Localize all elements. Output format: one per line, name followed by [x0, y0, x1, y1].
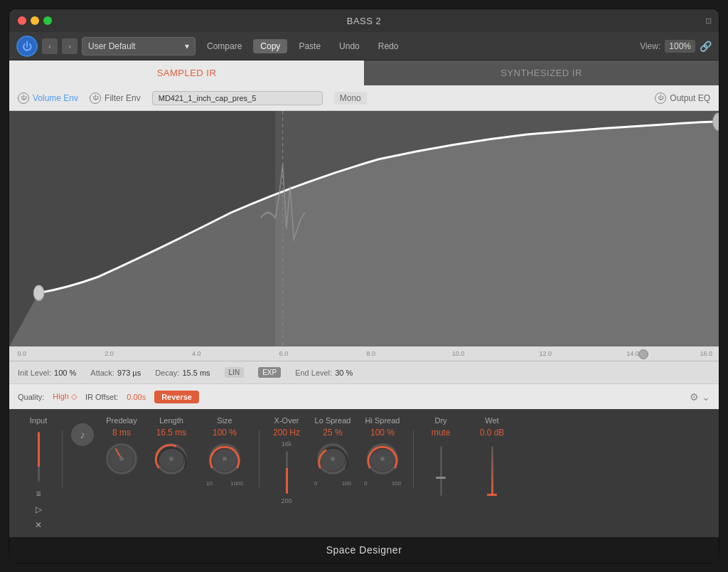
- nav-back-button[interactable]: ‹: [42, 38, 58, 54]
- link-icon[interactable]: 🔗: [700, 41, 712, 52]
- maximize-button[interactable]: [43, 16, 52, 25]
- ruler-mark-8: 8.0: [367, 350, 376, 357]
- decay-value: 15.5 ms: [182, 369, 210, 377]
- hi-max: 100: [392, 480, 401, 487]
- close-button[interactable]: [18, 16, 26, 25]
- ruler-mark-4: 4.0: [192, 350, 201, 357]
- paste-button[interactable]: Paste: [291, 39, 328, 53]
- separator-2: [259, 430, 259, 487]
- app-window: BASS 2 ⊡ ⏻ ‹ › User Default ▾ Compare Co…: [9, 9, 719, 563]
- svg-point-16: [331, 457, 335, 461]
- quality-label: Quality:: [18, 393, 44, 401]
- dry-slider[interactable]: [440, 446, 442, 496]
- copy-button[interactable]: Copy: [253, 39, 287, 53]
- window-title: BASS 2: [347, 16, 382, 26]
- toolbar: ⏻ ‹ › User Default ▾ Compare Copy Paste …: [9, 32, 719, 60]
- predelay-label: Predelay: [106, 416, 136, 425]
- input-group: Input ≡ ▷ ✕: [21, 416, 56, 530]
- size-group: Size 100 % 10 1000: [196, 416, 253, 487]
- gear-icon[interactable]: ⚙ ⌄: [690, 391, 710, 403]
- filter-env-button[interactable]: ⏻ Filter Env: [90, 92, 141, 104]
- params-bar: Init Level: 100 % Attack: 973 µs Decay: …: [9, 361, 719, 383]
- ir-selector[interactable]: MD421_1_inch_cap_pres_5: [152, 91, 323, 105]
- waveform-container[interactable]: [9, 111, 719, 346]
- mono-label: Mono: [334, 92, 367, 105]
- ir-offset-value[interactable]: 0.00s: [127, 393, 146, 401]
- wet-value: 0.0 dB: [480, 428, 505, 438]
- xover-top-label: 16k: [282, 440, 292, 447]
- lo-min: 0: [314, 480, 317, 487]
- hi-spread-knob[interactable]: [364, 440, 401, 477]
- tabs: SAMPLED IR SYNTHESIZED IR: [9, 60, 719, 85]
- sub-toolbar: ⏻ Volume Env ⏻ Filter Env MD421_1_inch_c…: [9, 85, 719, 111]
- xover-value: 200 Hz: [273, 428, 300, 438]
- power-button[interactable]: ⏻: [16, 36, 38, 57]
- ruler-mark-6: 6.0: [279, 350, 289, 357]
- dry-label: Dry: [434, 416, 446, 425]
- title-bar: BASS 2 ⊡: [9, 9, 719, 32]
- exp-button[interactable]: EXP: [258, 367, 281, 378]
- view-label: View:: [640, 41, 660, 51]
- input-slider[interactable]: [38, 432, 40, 482]
- size-label: Size: [217, 416, 232, 425]
- envelope-display: [9, 111, 719, 346]
- attack-param: Attack: 973 µs: [90, 369, 141, 377]
- ruler-mark-0: 0.0: [18, 350, 27, 357]
- wet-slider[interactable]: [491, 446, 493, 496]
- predelay-knob[interactable]: [103, 440, 140, 477]
- triangle-icon[interactable]: ▷: [36, 504, 42, 514]
- svg-point-19: [380, 457, 385, 461]
- dry-group: Dry mute: [419, 416, 462, 496]
- view-control: View: 100% 🔗: [640, 40, 712, 53]
- volume-env-label: Volume Env: [33, 93, 78, 103]
- music-note-icon[interactable]: ♪: [71, 423, 94, 446]
- init-level-label: Init Level:: [18, 369, 51, 377]
- attack-label: Attack:: [90, 369, 114, 377]
- lines-icon[interactable]: ≡: [36, 489, 41, 499]
- decay-label: Decay:: [155, 369, 179, 377]
- quality-value[interactable]: High ◇: [53, 392, 77, 401]
- ruler-mark-10: 10.0: [452, 350, 465, 357]
- nav-forward-button[interactable]: ›: [62, 38, 77, 54]
- lo-sub-labels: 0 100: [314, 480, 351, 487]
- lin-button[interactable]: LIN: [225, 367, 245, 378]
- xover-slider[interactable]: 16k 200: [281, 440, 291, 504]
- undo-button[interactable]: Undo: [332, 39, 367, 53]
- hi-spread-value: 100 %: [370, 428, 395, 438]
- size-value: 100 %: [213, 428, 237, 438]
- svg-point-7: [119, 457, 124, 461]
- dry-value: mute: [432, 428, 451, 438]
- reverse-button[interactable]: Reverse: [154, 391, 199, 403]
- knobs-section: Input ≡ ▷ ✕ ♪ Predelay 8 ms: [9, 409, 719, 537]
- tab-synthesized-ir[interactable]: SYNTHESIZED IR: [364, 60, 719, 85]
- view-value[interactable]: 100%: [665, 40, 695, 53]
- output-eq-button[interactable]: ⏻ Output EQ: [655, 92, 710, 104]
- length-label: Length: [159, 416, 183, 425]
- lo-max: 100: [342, 480, 351, 487]
- redo-button[interactable]: Redo: [371, 39, 406, 53]
- filter-env-label: Filter Env: [105, 93, 141, 103]
- svg-point-13: [223, 457, 227, 461]
- wet-label: Wet: [485, 416, 498, 425]
- lo-spread-label: Lo Spread: [315, 416, 351, 425]
- length-knob[interactable]: [153, 440, 190, 477]
- tab-sampled-ir[interactable]: SAMPLED IR: [9, 60, 364, 85]
- cross-icon[interactable]: ✕: [35, 520, 42, 530]
- compare-button[interactable]: Compare: [200, 39, 249, 53]
- lo-spread-knob[interactable]: [314, 440, 351, 477]
- minimize-button[interactable]: [31, 16, 39, 25]
- hi-spread-group: Hi Spread 100 % 0 100: [358, 416, 407, 487]
- preset-selector[interactable]: User Default ▾: [82, 37, 196, 55]
- power-icon-2: ⏻: [90, 92, 101, 104]
- resize-icon[interactable]: ⊡: [705, 16, 712, 26]
- time-ruler: 0.0 2.0 4.0 6.0 8.0 10.0 12.0 14.0 16.0: [9, 346, 719, 361]
- volume-env-button[interactable]: ⏻ Volume Env: [18, 92, 78, 104]
- init-level-param: Init Level: 100 %: [18, 369, 76, 377]
- decay-param: Decay: 15.5 ms: [155, 369, 210, 377]
- size-knob[interactable]: [206, 440, 243, 477]
- bottom-controls: Quality: High ◇ IR Offset: 0.00s Reverse…: [9, 383, 719, 409]
- traffic-lights: [18, 16, 52, 25]
- ruler-slider[interactable]: [638, 349, 648, 359]
- end-level-param: End Level: 30 %: [295, 369, 353, 377]
- ruler-mark-12: 12.0: [540, 350, 552, 357]
